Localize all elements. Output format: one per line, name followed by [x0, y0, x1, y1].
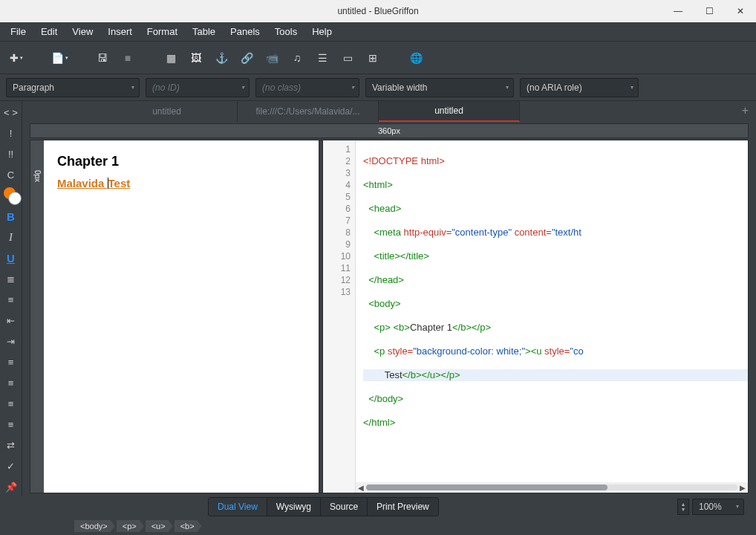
- minimize-button[interactable]: —: [662, 0, 694, 22]
- spellcheck-icon[interactable]: ✓: [2, 458, 20, 474]
- list-ol-icon[interactable]: ≡: [2, 291, 20, 308]
- bold-button[interactable]: B: [2, 208, 20, 224]
- scroll-left-icon[interactable]: ◀: [356, 484, 366, 492]
- color-picker-icon[interactable]: [2, 187, 20, 204]
- browse-icon[interactable]: 🌐: [405, 48, 426, 68]
- underline-button[interactable]: U: [2, 250, 20, 266]
- indent-icon[interactable]: ⇥: [2, 333, 20, 349]
- breadcrumb-bar: <body> <p> <u> <b>: [0, 517, 756, 535]
- wysiwyg-heading[interactable]: Chapter 1: [57, 154, 305, 169]
- zoom-select[interactable]: 100%▾: [692, 499, 744, 515]
- anchor-icon[interactable]: ⚓: [211, 48, 232, 68]
- align-center-icon[interactable]: ≡: [2, 374, 20, 391]
- c-icon[interactable]: C: [2, 166, 20, 183]
- video-icon[interactable]: 📹: [261, 48, 282, 68]
- char-icon[interactable]: ⊞: [362, 48, 383, 68]
- source-view-button[interactable]: Source: [321, 498, 368, 516]
- document-tabs: untitled file:///C:/Users/Malavida/... u…: [22, 101, 756, 122]
- list-ul-icon[interactable]: ≣: [2, 270, 20, 287]
- wysiwyg-link-text[interactable]: Malavida Test: [57, 177, 130, 189]
- print-preview-button[interactable]: Print Preview: [368, 498, 438, 516]
- format-bar: Paragraph▾ (no ID)▾ (no class)▾ Variable…: [0, 74, 756, 101]
- add-tab-button[interactable]: +: [742, 104, 749, 117]
- form-icon[interactable]: ☰: [312, 48, 333, 68]
- font-select[interactable]: Variable width▾: [365, 78, 514, 97]
- direction-icon[interactable]: ⇄: [2, 437, 20, 453]
- crumb-u[interactable]: <u>: [146, 520, 173, 532]
- tab-untitled-2[interactable]: untitled: [379, 101, 520, 122]
- link-icon[interactable]: 🔗: [236, 48, 257, 68]
- wysiwyg-pane[interactable]: Chapter 1 Malavida Test: [44, 140, 319, 493]
- crumb-p[interactable]: <p>: [117, 520, 144, 532]
- split-editor: 0px Chapter 1 Malavida Test 123456789101…: [30, 140, 749, 493]
- maximize-button[interactable]: ☐: [694, 0, 725, 22]
- scroll-thumb[interactable]: [366, 484, 607, 490]
- status-area: Dual View Wysiwyg Source Print Preview ▲…: [0, 496, 756, 535]
- warn2-icon[interactable]: !!: [2, 146, 20, 162]
- crumb-b[interactable]: <b>: [175, 520, 202, 532]
- menu-help[interactable]: Help: [304, 23, 339, 40]
- menu-table[interactable]: Table: [185, 23, 223, 40]
- line-gutter: 12345678910111213: [323, 140, 356, 493]
- left-toolbar: < > ! !! C B I U ≣ ≡ ⇤ ⇥ ≡ ≡ ≡ ≡ ⇄ ✓ 📌: [0, 101, 22, 496]
- menu-bar: File Edit View Insert Format Table Panel…: [0, 22, 756, 42]
- dual-view-button[interactable]: Dual View: [209, 498, 267, 516]
- menu-edit[interactable]: Edit: [33, 23, 65, 40]
- element-select[interactable]: Paragraph▾: [6, 78, 140, 97]
- window-controls: — ☐ ✕: [662, 0, 756, 22]
- class-select[interactable]: (no class)▾: [255, 78, 359, 97]
- id-select[interactable]: (no ID)▾: [146, 78, 250, 97]
- scroll-right-icon[interactable]: ▶: [737, 484, 748, 492]
- hr-icon[interactable]: ▭: [337, 48, 358, 68]
- main-toolbar: ✚▾ 📄▾ 🖫 ■ ▦ 🖼 ⚓ 🔗 📹 ♫ ☰ ▭ ⊞ 🌐: [0, 42, 756, 74]
- new-doc-button[interactable]: ✚▾: [6, 48, 27, 68]
- vertical-ruler[interactable]: 0px: [30, 140, 44, 493]
- image-icon[interactable]: 🖼: [186, 48, 206, 68]
- open-file-button[interactable]: 📄▾: [49, 48, 70, 68]
- align-justify-icon[interactable]: ≡: [2, 416, 20, 432]
- horizontal-scrollbar[interactable]: ◀ ▶: [356, 482, 748, 493]
- tab-untitled-1[interactable]: untitled: [97, 101, 238, 122]
- menu-file[interactable]: File: [3, 23, 33, 40]
- crumb-body[interactable]: <body>: [74, 520, 115, 532]
- menu-format[interactable]: Format: [140, 23, 185, 40]
- markup-icon[interactable]: < >: [2, 104, 20, 120]
- view-mode-bar: Dual View Wysiwyg Source Print Preview ▲…: [0, 496, 756, 517]
- menu-tools[interactable]: Tools: [267, 23, 304, 40]
- save-button[interactable]: 🖫: [92, 48, 113, 68]
- menu-view[interactable]: View: [65, 23, 100, 40]
- menu-panels[interactable]: Panels: [223, 23, 267, 40]
- code-area[interactable]: <!DOCTYPE html> <html> <head> <meta http…: [356, 140, 748, 493]
- close-button[interactable]: ✕: [725, 0, 756, 22]
- italic-button[interactable]: I: [2, 229, 20, 245]
- outdent-icon[interactable]: ⇤: [2, 312, 20, 328]
- pin-icon[interactable]: 📌: [2, 479, 20, 495]
- horizontal-ruler[interactable]: 360px: [30, 123, 749, 138]
- window-title: untitled - BlueGriffon: [337, 6, 418, 16]
- window-titlebar: untitled - BlueGriffon — ☐ ✕: [0, 0, 756, 22]
- table-icon[interactable]: ▦: [160, 48, 181, 68]
- align-right-icon[interactable]: ≡: [2, 395, 20, 412]
- zoom-stepper[interactable]: ▲▼: [677, 499, 689, 515]
- source-pane[interactable]: 12345678910111213 <!DOCTYPE html> <html>…: [323, 140, 748, 493]
- menu-insert[interactable]: Insert: [100, 23, 140, 40]
- align-left-icon[interactable]: ≡: [2, 354, 20, 370]
- workspace: untitled file:///C:/Users/Malavida/... u…: [22, 101, 756, 496]
- tab-file-path[interactable]: file:///C:/Users/Malavida/...: [238, 101, 379, 122]
- save-disabled-button: ■: [117, 48, 138, 68]
- warn1-icon[interactable]: !: [2, 125, 20, 141]
- audio-icon[interactable]: ♫: [287, 48, 307, 68]
- wysiwyg-view-button[interactable]: Wysiwyg: [267, 498, 321, 516]
- aria-select[interactable]: (no ARIA role)▾: [520, 78, 639, 97]
